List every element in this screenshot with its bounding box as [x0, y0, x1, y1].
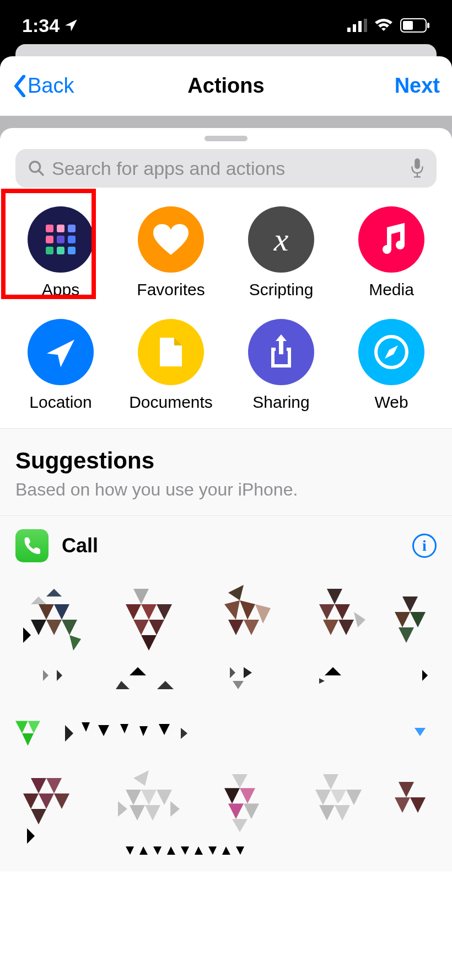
cellular-icon [347, 19, 367, 32]
svg-marker-24 [133, 589, 149, 604]
svg-marker-66 [415, 728, 426, 736]
microphone-icon[interactable] [410, 158, 424, 178]
script-x-icon: x [248, 206, 314, 273]
contact-item[interactable] [110, 766, 187, 844]
category-media[interactable]: Media [336, 206, 446, 299]
svg-marker-30 [141, 635, 157, 651]
back-label: Back [28, 74, 74, 98]
category-sharing[interactable]: Sharing [226, 319, 336, 412]
call-label: Call [62, 534, 399, 557]
svg-marker-20 [23, 627, 31, 643]
svg-marker-57 [28, 721, 41, 734]
contact-avatar [110, 581, 187, 658]
svg-marker-73 [27, 828, 35, 844]
category-label: Scripting [249, 280, 314, 299]
contact-avatar [15, 766, 93, 844]
phone-app-icon [15, 529, 49, 562]
category-favorites[interactable]: Favorites [116, 206, 226, 299]
contact-item[interactable] [205, 581, 282, 689]
category-scripting[interactable]: x Scripting [226, 206, 336, 299]
svg-rect-9 [415, 158, 420, 169]
svg-marker-49 [325, 667, 341, 675]
svg-marker-60 [82, 722, 90, 732]
svg-marker-16 [54, 604, 69, 620]
svg-marker-81 [170, 801, 180, 817]
svg-marker-88 [323, 774, 338, 790]
info-button[interactable]: i [412, 534, 437, 558]
contact-item[interactable] [15, 581, 93, 689]
back-button[interactable]: Back [12, 74, 74, 98]
contact-item[interactable] [300, 766, 377, 844]
svg-marker-90 [331, 790, 346, 805]
svg-marker-54 [399, 627, 414, 643]
svg-marker-42 [233, 681, 244, 689]
svg-marker-95 [399, 782, 414, 797]
call-suggestion-row[interactable]: Call i [15, 516, 437, 576]
svg-marker-77 [157, 790, 172, 805]
svg-rect-2 [358, 21, 362, 32]
svg-marker-29 [149, 620, 164, 635]
contact-avatar [395, 766, 437, 844]
svg-rect-1 [353, 24, 356, 32]
apps-icon [28, 206, 94, 273]
contact-suggestions-row-2 [15, 766, 437, 844]
svg-marker-43 [327, 589, 342, 604]
svg-marker-48 [354, 612, 365, 627]
svg-marker-50 [319, 678, 325, 684]
svg-marker-22 [43, 670, 49, 681]
category-label: Location [29, 393, 92, 412]
svg-marker-76 [141, 790, 157, 805]
svg-marker-85 [228, 803, 244, 819]
actions-panel: Apps Favorites x Scripting [0, 128, 452, 871]
contact-item[interactable] [15, 766, 93, 844]
svg-marker-64 [159, 724, 170, 735]
search-input[interactable] [52, 158, 403, 179]
svg-marker-19 [62, 620, 77, 635]
category-apps[interactable]: Apps [6, 206, 116, 299]
svg-marker-56 [15, 721, 28, 734]
contact-name-redacted [417, 667, 437, 689]
category-web[interactable]: Web [336, 319, 446, 412]
svg-marker-35 [224, 600, 240, 620]
svg-marker-41 [244, 667, 252, 678]
contact-item[interactable] [205, 766, 282, 844]
contact-avatar [205, 766, 282, 844]
svg-marker-84 [240, 788, 255, 803]
svg-marker-17 [31, 620, 46, 635]
svg-marker-83 [224, 788, 240, 803]
svg-marker-105 [222, 846, 230, 855]
svg-marker-38 [244, 620, 259, 635]
category-location[interactable]: Location [6, 319, 116, 412]
contact-item[interactable] [300, 581, 377, 689]
contact-item[interactable] [395, 766, 437, 844]
contact-name-redacted [32, 667, 76, 689]
category-label: Web [374, 393, 408, 412]
svg-marker-44 [319, 604, 335, 620]
svg-marker-86 [244, 803, 259, 819]
contact-avatar [15, 581, 93, 658]
contact-name-redacted [116, 667, 182, 689]
category-documents[interactable]: Documents [116, 319, 226, 412]
search-field[interactable] [15, 149, 437, 188]
suggestion-row-2[interactable] [15, 706, 437, 766]
svg-marker-58 [22, 733, 34, 746]
contact-suggestions-row [15, 576, 437, 706]
svg-marker-100 [153, 846, 162, 855]
svg-marker-61 [98, 725, 109, 736]
svg-marker-40 [230, 667, 235, 678]
svg-marker-27 [157, 604, 172, 620]
action-name-redacted [60, 720, 225, 747]
chevron-left-icon [12, 75, 28, 97]
svg-marker-94 [335, 805, 350, 821]
contact-item[interactable] [110, 581, 187, 689]
drag-handle[interactable] [205, 136, 247, 141]
contact-avatar [205, 581, 282, 658]
category-label: Documents [129, 393, 213, 412]
contact-item[interactable] [395, 581, 437, 689]
status-bar: 1:34 [0, 0, 452, 51]
contact-avatar [395, 581, 437, 658]
next-button[interactable]: Next [395, 74, 440, 98]
svg-marker-70 [39, 793, 54, 809]
status-indicators [347, 18, 430, 33]
chevron-icon [415, 725, 437, 742]
